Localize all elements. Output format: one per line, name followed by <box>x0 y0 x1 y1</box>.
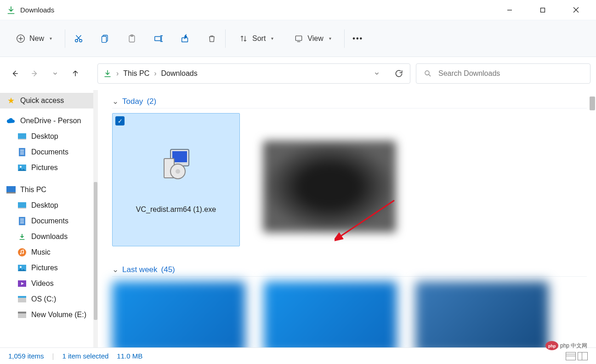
sidebar-item-label: Pictures <box>31 164 58 172</box>
window-controls <box>500 3 586 17</box>
address-dropdown[interactable] <box>371 68 382 79</box>
chevron-right-icon: › <box>116 69 119 78</box>
view-label: View <box>307 34 323 43</box>
sidebar-item-quick-access[interactable]: ★ Quick access <box>0 93 96 108</box>
chevron-right-icon: › <box>154 69 156 78</box>
watermark: phpphp 中文网 <box>545 340 587 351</box>
search-input[interactable] <box>438 69 583 78</box>
sidebar-item-label: Desktop <box>31 132 58 141</box>
address-bar[interactable]: › This PC › Downloads <box>97 63 410 84</box>
sidebar-item-pc-documents[interactable]: Documents <box>0 213 96 229</box>
sidebar-item-pc-videos[interactable]: Videos <box>0 276 96 291</box>
sidebar-item-label: OneDrive - Person <box>20 117 81 125</box>
group-today[interactable]: ⌄ Today (2) <box>112 97 587 108</box>
cloud-icon <box>6 116 16 125</box>
sidebar-item-label: Desktop <box>31 201 58 210</box>
view-button[interactable]: View ▾ <box>289 30 335 47</box>
share-icon[interactable] <box>180 34 190 44</box>
view-mode-toggle[interactable] <box>566 352 588 360</box>
group-count: (45) <box>161 265 175 274</box>
sidebar-item-label: Documents <box>31 217 68 225</box>
new-button[interactable]: New ▾ <box>11 30 57 47</box>
file-item-blurred[interactable] <box>415 281 549 347</box>
sidebar-item-pc-music[interactable]: Music <box>0 245 96 260</box>
breadcrumb-root[interactable]: This PC <box>123 69 149 78</box>
recent-button[interactable] <box>50 68 61 79</box>
svg-rect-29 <box>20 150 24 151</box>
close-button[interactable] <box>566 3 586 17</box>
sidebar-item-pc-pictures[interactable]: Pictures <box>0 260 96 276</box>
maximize-button[interactable] <box>533 3 553 17</box>
status-bar: 1,059 items | 1 item selected 11.0 MB <box>0 347 596 364</box>
sidebar-item-label: Pictures <box>31 264 58 272</box>
sidebar-item-desktop[interactable]: Desktop <box>0 129 96 144</box>
svg-rect-50 <box>18 313 26 318</box>
svg-point-46 <box>20 266 22 268</box>
svg-rect-34 <box>6 186 16 192</box>
svg-rect-15 <box>155 36 161 40</box>
file-item-blurred[interactable] <box>263 141 396 233</box>
sidebar-item-pc-volume-e[interactable]: New Volume (E:) <box>0 307 96 323</box>
more-icon[interactable]: ••• <box>353 34 363 44</box>
plus-circle-icon <box>16 34 26 44</box>
group-lastweek[interactable]: ⌄ Last week (45) <box>112 265 587 277</box>
installer-icon <box>113 146 239 182</box>
icons-view-icon[interactable] <box>578 352 588 360</box>
status-size: 11.0 MB <box>117 352 142 360</box>
sidebar-item-pc-desktop[interactable]: Desktop <box>0 198 96 213</box>
sidebar-item-onedrive[interactable]: OneDrive - Person <box>0 113 96 129</box>
music-icon <box>17 248 27 257</box>
svg-line-25 <box>429 74 431 76</box>
paste-icon[interactable] <box>127 34 137 44</box>
main: ★ Quick access OneDrive - Person Desktop… <box>0 90 596 347</box>
separator: | <box>52 352 54 360</box>
svg-point-44 <box>23 253 24 254</box>
svg-rect-51 <box>18 312 26 313</box>
svg-rect-39 <box>20 219 24 220</box>
pc-icon <box>6 185 16 194</box>
search-icon <box>424 69 432 78</box>
minimize-button[interactable] <box>500 3 520 17</box>
checkbox-checked-icon[interactable]: ✓ <box>115 116 125 125</box>
pictures-icon <box>17 263 27 273</box>
svg-rect-30 <box>20 152 24 153</box>
svg-rect-20 <box>296 36 302 40</box>
sidebar-item-label: Downloads <box>31 233 68 241</box>
downloads-icon <box>17 232 27 241</box>
search-box[interactable] <box>416 63 590 84</box>
svg-point-56 <box>176 169 180 174</box>
sort-button[interactable]: Sort ▾ <box>234 30 278 47</box>
content-scrollbar[interactable] <box>590 97 595 110</box>
breadcrumb-folder[interactable]: Downloads <box>161 69 198 78</box>
file-item-selected[interactable]: ✓ VC_redist.arm64 (1).exe <box>112 113 240 246</box>
videos-icon <box>17 279 27 288</box>
svg-text:php: php <box>548 344 556 348</box>
up-button[interactable] <box>70 68 81 79</box>
delete-icon[interactable] <box>207 34 217 44</box>
drive-icon <box>17 295 27 304</box>
sidebar-item-documents[interactable]: Documents <box>0 144 96 160</box>
toolbar: New ▾ Sort ▾ View ▾ ••• <box>0 20 596 57</box>
cut-icon[interactable] <box>74 34 84 44</box>
refresh-button[interactable] <box>393 68 404 79</box>
sidebar-item-label: Quick access <box>20 97 64 105</box>
sidebar-item-pc-downloads[interactable]: Downloads <box>0 229 96 245</box>
sidebar-item-pictures[interactable]: Pictures <box>0 160 96 176</box>
file-item-blurred[interactable] <box>112 281 245 347</box>
back-button[interactable] <box>9 68 20 79</box>
svg-rect-35 <box>6 192 16 193</box>
file-item-blurred[interactable] <box>264 281 397 347</box>
details-view-icon[interactable] <box>566 352 576 360</box>
separator <box>65 29 65 48</box>
sidebar-item-this-pc[interactable]: This PC <box>0 182 96 198</box>
svg-point-33 <box>20 166 22 168</box>
svg-point-43 <box>20 253 22 255</box>
rename-icon[interactable] <box>153 34 164 44</box>
sidebar-item-pc-os-c[interactable]: OS (C:) <box>0 291 96 307</box>
svg-point-42 <box>18 248 26 256</box>
file-name: VC_redist.arm64 (1).exe <box>113 205 239 214</box>
sort-icon <box>238 34 249 44</box>
downloads-icon <box>103 69 112 78</box>
forward-button[interactable] <box>29 68 40 79</box>
copy-icon[interactable] <box>100 34 110 44</box>
